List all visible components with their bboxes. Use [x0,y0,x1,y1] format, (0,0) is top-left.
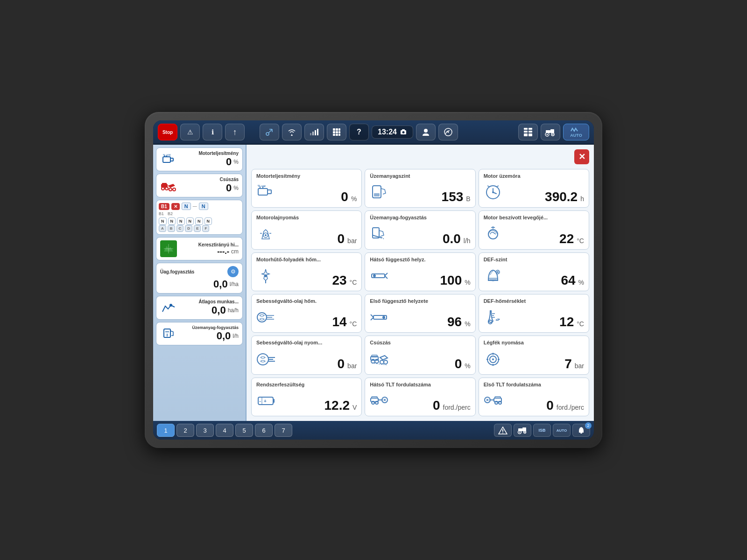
svg-point-106 [492,358,494,360]
grid2-button[interactable] [518,124,538,140]
card-coolant-value: 23 [332,274,346,287]
card-front-pto-unit: ford./perc [557,404,584,411]
notification-button[interactable]: 2 [572,424,590,437]
card-air-brake-title: Légfék nyomása [484,340,584,346]
svg-point-139 [524,432,525,433]
csuszas-unit: % [233,185,239,191]
auto-bottom-button[interactable]: AUTO [553,424,571,437]
svg-point-73 [264,274,267,277]
svg-point-137 [519,432,520,433]
grid-button[interactable] [327,124,346,140]
arrow-up-button[interactable]: ↑ [225,124,245,140]
stop-button[interactable]: Stop [158,124,177,140]
trans-n2: N [199,203,208,210]
svg-point-18 [402,131,404,133]
svg-text:%: % [258,184,261,188]
card-slip[interactable]: Csúszás [365,336,475,374]
card-rear-hitch[interactable]: Hátsó függesztő helyz. [365,252,475,291]
top-bar: Stop ⚠ ℹ ↑ [153,120,594,145]
card-front-pto[interactable]: Első TLT fordulatszáma [479,378,589,416]
card-motorteljesitmeny-unit: % [351,195,357,203]
svg-point-67 [265,234,267,236]
gear-lbl-a: A [159,225,166,232]
card-motorteljesitmeny[interactable]: Motorteljesítmény % kW [251,169,362,208]
warning-button[interactable]: ⚠ [180,124,200,140]
card-air-value: 22 [559,232,574,245]
card-def-icon [484,267,502,287]
trans-sep: — [193,204,197,209]
page-tab-1[interactable]: 1 [157,424,175,437]
speedometer-button[interactable] [438,124,458,140]
page-tab-3[interactable]: 3 [196,424,214,437]
card-uzemora[interactable]: Motor üzemóra [479,169,589,208]
svg-rect-15 [336,134,338,136]
card-trans-press-icon [256,351,275,371]
uag-settings-button[interactable]: ⚙ [227,266,239,277]
card-coolant[interactable]: Motorhűtő-folyadék hőm... 23 [251,252,362,291]
card-uzemora-unit: h [580,195,584,203]
trans-n1: N [182,203,191,210]
warning-bottom-button[interactable] [494,424,512,437]
card-front-hitch-value: 96 [447,315,462,329]
page-tab-6[interactable]: 6 [255,424,273,437]
card-motorolaj-title: Motorolajnyomás [256,215,357,221]
svg-point-126 [495,401,498,404]
svg-rect-24 [529,128,532,130]
svg-rect-9 [336,128,338,131]
satellite-button[interactable] [260,124,279,140]
isb-bottom-button[interactable]: ISB [533,424,551,437]
svg-rect-28 [529,133,532,136]
card-def-temp[interactable]: DEF-hőmérséklet [479,294,589,333]
keresztirany-value: ---.- [217,247,229,256]
svg-point-34 [552,134,553,135]
motor-value: 0 [226,156,232,168]
card-trans-oil-temp[interactable]: Sebességváltó-olaj hőm. [251,294,362,333]
info-button[interactable]: ℹ [203,124,222,140]
wifi-button[interactable] [282,124,302,140]
svg-point-32 [547,134,548,135]
atlagos-title: Átlagos munkas... [198,299,239,304]
card-uzemanyag-rate[interactable]: Üzemanyag-fogyasztás [365,210,475,249]
help-button[interactable]: ? [349,124,369,140]
card-coolant-unit: °C [350,279,357,286]
svg-rect-4 [310,133,311,135]
svg-rect-125 [495,397,500,398]
card-air-brake[interactable]: Légfék nyomása [479,336,589,374]
page-tab-2[interactable]: 2 [176,424,194,437]
page-tab-7[interactable]: 7 [275,424,292,437]
tractor-button[interactable] [541,124,560,140]
svg-rect-12 [336,131,338,133]
gear-label-row: A B C D E F [159,225,240,232]
svg-rect-5 [312,132,314,135]
close-button[interactable]: ✕ [574,149,589,164]
time-display: 13:24 [372,126,413,139]
notif-count: 2 [585,422,592,429]
signal-button[interactable] [304,124,324,140]
card-def[interactable]: DEF-szint [479,252,589,291]
svg-rect-10 [338,128,340,131]
card-rear-pto[interactable]: Hátsó TLT fordulatszáma [365,378,475,416]
card-uzemanyagszint[interactable]: Üzemanyagszint 153 [365,169,475,208]
card-uzemora-icon [484,184,502,203]
card-voltage[interactable]: Rendszerfeszültség − + [251,378,362,416]
card-trans-press[interactable]: Sebességváltó-olaj nyom... [251,336,362,374]
right-panel: ✕ Motorteljesítmény [247,145,594,421]
card-front-hitch[interactable]: Első függesztő helyzete [365,294,475,333]
svg-rect-55 [268,190,271,194]
svg-line-77 [385,276,388,279]
card-air[interactable]: Motor beszívott levegőjé... [479,210,589,249]
card-voltage-unit: V [352,404,357,411]
card-uzemanyagszint-icon [370,184,388,203]
trans-b2-badge-x: ✕ [171,203,180,210]
keresztirany-icon [160,240,177,257]
gear-lbl-f: F [202,225,209,232]
card-rear-hitch-title: Hátsó függesztő helyz. [370,257,470,263]
auto-button[interactable]: AUTO [563,124,589,140]
card-motorolaj[interactable]: Motorolajnyomás [251,210,362,249]
csuszas-value: 0 [226,182,232,194]
user-button[interactable] [416,124,436,140]
tractor-bottom-button[interactable] [514,424,531,437]
page-tab-5[interactable]: 5 [235,424,253,437]
card-air-unit: °C [577,237,584,245]
page-tab-4[interactable]: 4 [216,424,233,437]
